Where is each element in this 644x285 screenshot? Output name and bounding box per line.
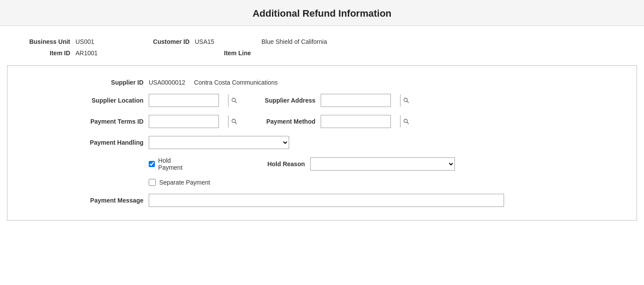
payment-message-input[interactable] xyxy=(149,194,504,207)
supplier-address-search-button[interactable] xyxy=(400,94,412,107)
hold-row-wrapper: Hold Payment Hold Reason xyxy=(60,157,455,171)
hold-payment-row: Hold Payment xyxy=(149,157,191,171)
supplier-address-field[interactable] xyxy=(321,94,391,107)
payment-handling-row: Payment Handling xyxy=(60,136,455,149)
supplier-id-value: USA0000012 xyxy=(149,79,185,86)
payment-terms-id-label: Payment Terms ID xyxy=(60,118,143,125)
supplier-address-group: Supplier Address xyxy=(245,94,391,107)
item-line-group: Item Line xyxy=(198,50,291,57)
supplier-id-label: Supplier ID xyxy=(60,79,143,86)
customer-id-group: Customer ID USA15 xyxy=(137,38,230,45)
customer-name-group: Blue Shield of California xyxy=(256,38,327,45)
customer-name: Blue Shield of California xyxy=(261,38,327,45)
supplier-id-value-group: USA0000012 Contra Costa Communications xyxy=(149,79,278,86)
business-unit-value: US001 xyxy=(75,38,111,45)
svg-line-1 xyxy=(235,101,237,103)
page-wrapper: Additional Refund Information Business U… xyxy=(0,0,644,285)
payment-message-row: Payment Message xyxy=(60,194,455,207)
separate-payment-checkbox[interactable] xyxy=(149,179,156,186)
supplier-name: Contra Costa Communications xyxy=(194,79,278,86)
page-header: Additional Refund Information xyxy=(0,0,644,26)
hold-reason-label: Hold Reason xyxy=(252,160,305,167)
top-row-2: Item ID AR1001 Item Line xyxy=(18,50,626,57)
item-id-value: AR1001 xyxy=(75,50,111,57)
supplier-id-row: Supplier ID USA0000012 Contra Costa Comm… xyxy=(60,79,455,86)
business-unit-group: Business Unit US001 xyxy=(18,38,111,45)
payment-terms-id-input[interactable] xyxy=(149,115,228,128)
separate-payment-row: Separate Payment xyxy=(149,179,455,186)
payment-method-group: Payment Method xyxy=(245,115,391,128)
item-line-label: Item Line xyxy=(198,50,251,57)
payment-handling-label: Payment Handling xyxy=(60,139,143,146)
payment-message-label: Payment Message xyxy=(60,197,143,204)
item-id-group: Item ID AR1001 xyxy=(18,50,111,57)
business-unit-label: Business Unit xyxy=(18,38,70,45)
separate-payment-label[interactable]: Separate Payment xyxy=(159,179,210,186)
section-box: Supplier ID USA0000012 Contra Costa Comm… xyxy=(7,65,637,221)
hold-reason-group: Hold Reason xyxy=(252,157,455,171)
item-id-label: Item ID xyxy=(18,50,70,57)
page-title: Additional Refund Information xyxy=(0,8,644,19)
payment-terms-row: Payment Terms ID Payment Method xyxy=(60,115,455,128)
supplier-location-field[interactable] xyxy=(149,94,219,107)
hold-reason-dropdown[interactable] xyxy=(310,157,455,171)
supplier-location-label: Supplier Location xyxy=(60,97,143,104)
hold-payment-checkbox[interactable] xyxy=(149,160,155,167)
supplier-location-search-button[interactable] xyxy=(228,94,240,107)
customer-id-label: Customer ID xyxy=(137,38,190,45)
supplier-location-input[interactable] xyxy=(149,94,228,107)
payment-terms-id-field[interactable] xyxy=(149,115,219,128)
search-icon xyxy=(403,118,409,125)
top-row-1: Business Unit US001 Customer ID USA15 Bl… xyxy=(18,38,626,45)
payment-handling-dropdown[interactable] xyxy=(149,136,289,149)
search-icon xyxy=(403,97,409,103)
svg-line-3 xyxy=(407,101,409,103)
supplier-address-label: Supplier Address xyxy=(245,97,315,104)
payment-method-field[interactable] xyxy=(321,115,391,128)
payment-method-search-button[interactable] xyxy=(400,115,412,128)
form-grid: Supplier ID USA0000012 Contra Costa Comm… xyxy=(60,79,455,207)
svg-line-5 xyxy=(235,122,237,124)
search-icon xyxy=(231,97,237,103)
hold-payment-label[interactable]: Hold Payment xyxy=(158,157,191,171)
payment-terms-id-search-button[interactable] xyxy=(228,115,240,128)
payment-method-input[interactable] xyxy=(321,115,400,128)
top-fields: Business Unit US001 Customer ID USA15 Bl… xyxy=(0,26,644,61)
supplier-location-row: Supplier Location Supplier Address xyxy=(60,94,455,107)
customer-id-value: USA15 xyxy=(195,38,230,45)
search-icon xyxy=(231,118,237,125)
svg-line-7 xyxy=(407,122,409,124)
payment-method-label: Payment Method xyxy=(245,118,315,125)
supplier-address-input[interactable] xyxy=(321,94,400,107)
